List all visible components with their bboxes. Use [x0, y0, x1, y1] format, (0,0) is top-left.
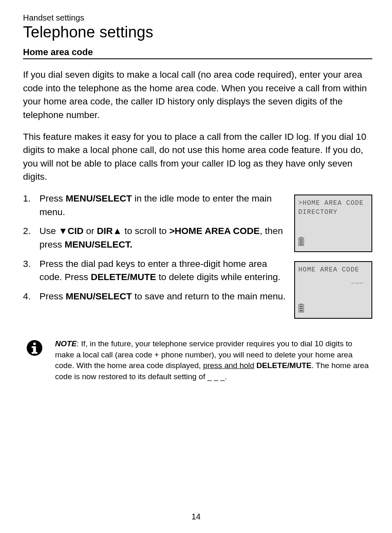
- section-heading: Home area code: [23, 47, 372, 58]
- down-arrow-icon: ▼: [58, 225, 67, 238]
- lcd-line: >HOME AREA CODE: [298, 199, 368, 208]
- battery-icon: [298, 304, 304, 315]
- info-icon: [23, 338, 46, 382]
- note-text: NOTE: If, in the future, your telephone …: [55, 338, 372, 382]
- divider: [23, 58, 372, 59]
- step-4: Press MENU/SELECT to save and return to …: [23, 290, 289, 304]
- intro-paragraph-1: If you dial seven digits to make a local…: [23, 68, 372, 122]
- menu-key: MENU: [66, 193, 93, 204]
- lcd-line: DIRECTORY: [298, 208, 368, 217]
- lcd-screen-entry: HOME AREA CODE ___: [294, 261, 372, 319]
- up-arrow-icon: ▲: [113, 225, 122, 238]
- lcd-line: HOME AREA CODE: [298, 265, 368, 274]
- battery-icon: [298, 237, 304, 248]
- lcd-screen-menu: >HOME AREA CODE DIRECTORY: [294, 195, 372, 252]
- svg-rect-13: [32, 346, 36, 348]
- steps-list: Press MENU/SELECT in the idle mode to en…: [23, 192, 289, 303]
- step-1: Press MENU/SELECT in the idle mode to en…: [23, 192, 289, 219]
- page-title: Telephone settings: [23, 23, 372, 41]
- lcd-input-blank: ___: [351, 278, 364, 284]
- svg-rect-9: [300, 310, 303, 311]
- svg-rect-8: [300, 308, 303, 309]
- breadcrumb: Handset settings: [23, 13, 372, 23]
- intro-paragraph-2: This feature makes it easy for you to pl…: [23, 130, 372, 184]
- svg-point-11: [33, 343, 36, 345]
- svg-rect-4: [300, 243, 303, 245]
- step-3: Press the dial pad keys to enter a three…: [23, 257, 289, 284]
- note-block: NOTE: If, in the future, your telephone …: [23, 338, 372, 382]
- svg-rect-14: [32, 352, 37, 354]
- step-2: Use ▼CID or DIR▲ to scroll to >HOME AREA…: [23, 225, 289, 251]
- svg-rect-7: [300, 306, 303, 307]
- svg-rect-2: [300, 239, 303, 241]
- svg-rect-3: [300, 241, 303, 243]
- page-number: 14: [0, 512, 392, 521]
